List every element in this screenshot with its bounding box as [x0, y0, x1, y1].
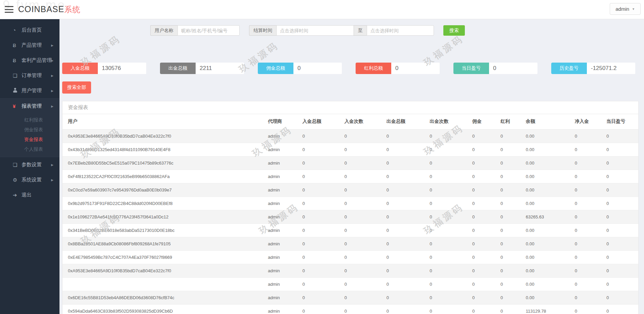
stats-row: 入金总额130576出金总额2211佣金总额0红利总额0当日盈亏0历史盈亏-12…	[62, 63, 639, 74]
search-all-button[interactable]: 搜索全部	[62, 81, 91, 94]
table-cell: 0.00	[523, 197, 572, 210]
table-row: 0x9b2d975173F91F8D22C2B4C88dd020f4D00EBE…	[63, 197, 638, 210]
table-cell: 0	[342, 250, 384, 264]
app-logo: COINBASE系统	[18, 4, 80, 15]
stat-box: 入金总额130576	[62, 63, 146, 74]
table-cell: 0	[300, 277, 342, 291]
stat-label: 当日盈亏	[453, 63, 489, 74]
table-cell: 0	[300, 291, 342, 304]
orders-icon: ❏	[13, 73, 22, 79]
chevron-right-icon: ▶	[51, 163, 53, 167]
stat-value: -125071.2	[587, 63, 635, 74]
sidebar-item-parameters[interactable]: ❏ 参数设置 ▶	[0, 157, 59, 172]
table-row: 0x7EBeb2B80D55bC5eE515a079C10475b89c6377…	[63, 156, 638, 170]
logout-icon: ➔	[13, 192, 22, 198]
table-cell: 0	[604, 170, 638, 183]
table-cell: 0	[342, 170, 384, 183]
table-cell: 0	[384, 304, 427, 314]
table-cell: 0	[300, 129, 342, 143]
stat-value: 0	[489, 63, 537, 74]
sidebar-item-system-settings[interactable]: ⚙ 系统设置 ▶	[0, 172, 59, 187]
sidebar-item-label: 报表管理	[22, 103, 42, 109]
table-cell: 0	[470, 237, 498, 250]
table-cell: 0	[342, 210, 384, 223]
sidebar-subitem-active[interactable]: 资金报表	[0, 135, 59, 144]
stat-value: 0	[293, 63, 342, 74]
table-cell: 0	[384, 156, 427, 170]
table-cell: 0	[470, 250, 498, 264]
table-cell: 0	[384, 183, 427, 197]
table-cell: 0	[427, 291, 470, 304]
table-row: admin0000000.0000	[63, 277, 638, 291]
table-cell: 0	[384, 250, 427, 264]
username-input[interactable]	[177, 25, 240, 36]
table-cell: 0	[572, 143, 604, 156]
time-start-input[interactable]	[276, 25, 354, 36]
sidebar-item-users[interactable]: 用户管理 ▶	[0, 83, 59, 98]
table-cell: 0	[342, 183, 384, 197]
user-menu-dropdown[interactable]: admin ▼	[610, 3, 641, 15]
table-cell: 0	[342, 197, 384, 210]
column-header: 红利	[498, 114, 523, 129]
table-cell: 0	[498, 291, 523, 304]
table-cell: 113129.78	[523, 304, 572, 314]
table-cell: 0	[300, 143, 342, 156]
stat-label: 出金总额	[160, 63, 196, 74]
gear-icon: ⚙	[13, 177, 22, 183]
settle-time-label: 结算时间	[249, 25, 276, 36]
table-cell: 0	[604, 264, 638, 277]
table-cell: 0	[384, 223, 427, 237]
table-cell: 0	[342, 264, 384, 277]
username-label: 用户名称	[150, 25, 177, 36]
column-header: 出金总额	[384, 114, 427, 129]
sidebar-item-dashboard[interactable]: ◔ 后台首页	[0, 23, 59, 38]
table-cell: 0x7EBeb2B80D55bC5eE515a079C10475b89c6377…	[63, 156, 265, 170]
table-cell: 0	[604, 304, 638, 314]
table-cell: 0	[604, 277, 638, 291]
table-cell: 0	[498, 210, 523, 223]
sidebar-subitem-report[interactable]: 佣金报表	[0, 125, 59, 135]
sidebar-item-arbitrage-products[interactable]: Ƀ 套利产品管理 ▶	[0, 53, 59, 68]
table-cell: 0	[342, 304, 384, 314]
table-cell: 0	[300, 237, 342, 250]
search-button[interactable]: 搜索	[443, 25, 465, 36]
table-cell: 0.00	[523, 143, 572, 156]
sidebar-item-products[interactable]: Ƀ 产品管理 ▶	[0, 38, 59, 53]
sidebar-item-logout[interactable]: ➔ 退出	[0, 187, 59, 203]
table-row: 0x8BBa28501AE88a9Cb08086Fbf809268A1fe791…	[63, 237, 638, 250]
brand-text: COINBASE	[18, 4, 64, 14]
sidebar: ◔ 后台首页 Ƀ 产品管理 ▶ Ƀ 套利产品管理 ▶ ❏ 订单管理 ▶ 用户管理…	[0, 19, 59, 314]
table-cell: 0	[427, 170, 470, 183]
table-cell: 0	[342, 129, 384, 143]
table-cell: 0	[498, 237, 523, 250]
sidebar-item-label: 用户管理	[22, 88, 42, 94]
sidebar-subitem-report[interactable]: 红利报表	[0, 115, 59, 125]
chevron-right-icon: ▶	[51, 59, 53, 62]
sidebar-subitem-report[interactable]: 个人报表	[0, 144, 59, 154]
table-cell: 0	[572, 264, 604, 277]
table-cell: 0x9b2d975173F91F8D22C2B4C88dd020f4D00EBE…	[63, 197, 265, 210]
table-cell: admin	[265, 237, 300, 250]
table-cell: 0x594aDda6463C833b83f502D593083825dD39Cb…	[63, 304, 265, 314]
table-cell: 0	[604, 210, 638, 223]
sidebar-item-orders[interactable]: ❏ 订单管理 ▶	[0, 68, 59, 83]
table-row: 0xC0cd7e59a603907c7e9543976Dd0aaB0E0b039…	[63, 183, 638, 197]
table-cell: admin	[265, 156, 300, 170]
username-filter-group: 用户名称	[150, 25, 240, 36]
table-cell: 0	[384, 277, 427, 291]
table-cell: 0xA953E3e84665A9D10f0B35bdD7caB04Ee322c7…	[63, 264, 265, 277]
table-cell: 0x43b31489bD1325ed43148f4d101090B79140E4…	[63, 143, 265, 156]
table-cell	[63, 277, 265, 291]
table-cell: 0	[604, 129, 638, 143]
time-end-input[interactable]	[367, 25, 434, 36]
column-header: 代理商	[265, 114, 300, 129]
table-cell: 0	[300, 197, 342, 210]
panel-title: 资金报表	[63, 101, 638, 114]
dashboard-icon: ◔	[13, 27, 22, 33]
table-cell: admin	[265, 264, 300, 277]
sidebar-item-reports[interactable]: ¥ 报表管理 ▶	[0, 99, 59, 114]
hamburger-menu-icon[interactable]	[5, 6, 13, 13]
stat-label: 历史盈亏	[551, 63, 587, 74]
chevron-right-icon: ▶	[51, 89, 53, 93]
table-cell: 0	[342, 223, 384, 237]
